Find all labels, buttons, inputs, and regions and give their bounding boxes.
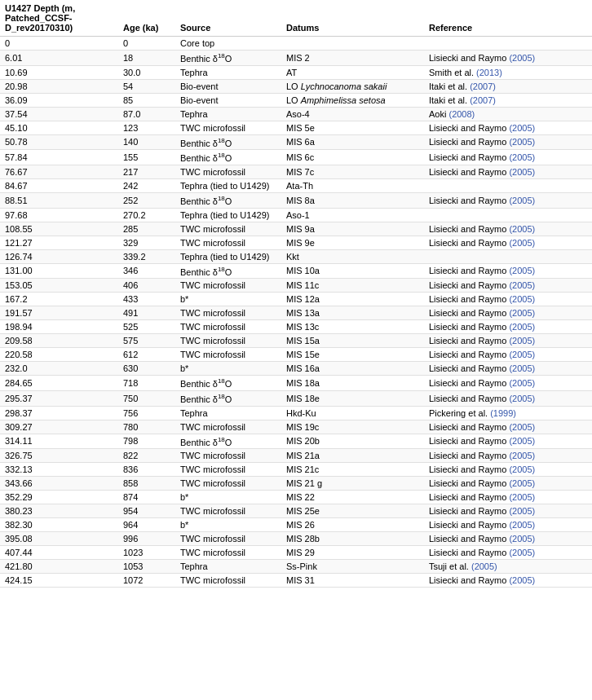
cell-depth: 126.74 [0, 249, 118, 263]
table-row: 326.75822TWC microfossilMIS 21aLisiecki … [0, 449, 592, 463]
cell-source: TWC microfossil [175, 574, 281, 588]
cell-datums: MIS 15a [281, 334, 424, 348]
cell-age: 433 [118, 293, 175, 306]
cell-reference: Lisiecki and Raymo (2005) [424, 121, 592, 134]
table-body: 00Core top6.0118Benthic δ18OMIS 2Lisieck… [0, 37, 592, 588]
cell-datums [281, 37, 424, 51]
cell-depth: 0 [0, 37, 118, 51]
cell-depth: 20.98 [0, 79, 118, 93]
cell-age: 874 [118, 491, 175, 504]
cell-reference: Lisiecki and Raymo (2005) [424, 150, 592, 165]
cell-depth: 424.15 [0, 574, 118, 588]
cell-reference: Lisiecki and Raymo (2005) [424, 518, 592, 532]
table-row: 00Core top [0, 37, 592, 51]
cell-datums: MIS 9e [281, 236, 424, 249]
cell-source: TWC microfossil [175, 449, 281, 463]
cell-source: Benthic δ18O [175, 263, 281, 279]
cell-source: TWC microfossil [175, 165, 281, 178]
cell-source: Benthic δ18O [175, 51, 281, 66]
cell-depth: 298.37 [0, 406, 118, 420]
table-row: 352.29874b*MIS 22Lisiecki and Raymo (200… [0, 491, 592, 504]
cell-source: Benthic δ18O [175, 390, 281, 406]
cell-depth: 382.30 [0, 518, 118, 532]
cell-source: Bio-event [175, 79, 281, 93]
cell-depth: 326.75 [0, 449, 118, 463]
cell-source: TWC microfossil [175, 236, 281, 249]
cell-age: 140 [118, 134, 175, 150]
cell-depth: 380.23 [0, 504, 118, 518]
cell-depth: 6.01 [0, 51, 118, 66]
cell-source: b* [175, 491, 281, 504]
cell-datums: Ss-Pink [281, 560, 424, 574]
cell-age: 630 [118, 362, 175, 376]
cell-age: 612 [118, 348, 175, 362]
cell-age: 822 [118, 449, 175, 463]
cell-age: 85 [118, 93, 175, 107]
cell-source: Tephra (tied to U1429) [175, 208, 281, 222]
cell-reference: Lisiecki and Raymo (2005) [424, 546, 592, 560]
cell-depth: 352.29 [0, 491, 118, 504]
table-row: 424.151072TWC microfossilMIS 31Lisiecki … [0, 574, 592, 588]
cell-age: 123 [118, 121, 175, 134]
cell-reference: Pickering et al. (1999) [424, 406, 592, 420]
cell-reference: Lisiecki and Raymo (2005) [424, 504, 592, 518]
cell-reference: Lisiecki and Raymo (2005) [424, 477, 592, 491]
table-row: 20.9854Bio-eventLO Lychnocanoma sakaiiIt… [0, 79, 592, 93]
cell-reference: Lisiecki and Raymo (2005) [424, 420, 592, 434]
cell-source: Benthic δ18O [175, 134, 281, 150]
cell-datums: MIS 11c [281, 279, 424, 293]
cell-reference [424, 37, 592, 51]
cell-reference: Lisiecki and Raymo (2005) [424, 263, 592, 279]
cell-depth: 314.11 [0, 434, 118, 449]
cell-depth: 407.44 [0, 546, 118, 560]
cell-source: Tephra (tied to U1429) [175, 249, 281, 263]
cell-depth: 395.08 [0, 532, 118, 546]
cell-depth: 220.58 [0, 348, 118, 362]
cell-datums: Aso-4 [281, 107, 424, 121]
table-row: 45.10123TWC microfossilMIS 5eLisiecki an… [0, 121, 592, 134]
cell-age: 756 [118, 406, 175, 420]
cell-source: b* [175, 293, 281, 306]
cell-depth: 198.94 [0, 320, 118, 334]
table-row: 10.6930.0TephraATSmith et al. (2013) [0, 65, 592, 79]
cell-datums: MIS 19c [281, 420, 424, 434]
cell-depth: 309.27 [0, 420, 118, 434]
header-datums-label: Datums [286, 23, 319, 33]
header-depth-label: U1427 Depth (m, Patched_CCSF-D_rev201703… [5, 3, 75, 33]
table-row: 131.00346Benthic δ18OMIS 10aLisiecki and… [0, 263, 592, 279]
table-row: 380.23954TWC microfossilMIS 25eLisiecki … [0, 504, 592, 518]
cell-source: TWC microfossil [175, 222, 281, 236]
header-age: Age (ka) [118, 0, 175, 37]
cell-datums: AT [281, 65, 424, 79]
table-row: 309.27780TWC microfossilMIS 19cLisiecki … [0, 420, 592, 434]
cell-source: TWC microfossil [175, 279, 281, 293]
cell-reference: Lisiecki and Raymo (2005) [424, 574, 592, 588]
table-row: 332.13836TWC microfossilMIS 21cLisiecki … [0, 463, 592, 477]
table-row: 121.27329TWC microfossilMIS 9eLisiecki a… [0, 236, 592, 249]
cell-source: TWC microfossil [175, 504, 281, 518]
table-row: 84.67242Tephra (tied to U1429)Ata-Th [0, 178, 592, 192]
cell-depth: 50.78 [0, 134, 118, 150]
cell-depth: 232.0 [0, 362, 118, 376]
cell-datums: MIS 31 [281, 574, 424, 588]
table-row: 284.65718Benthic δ18OMIS 18aLisiecki and… [0, 376, 592, 391]
table-row: 314.11798Benthic δ18OMIS 20bLisiecki and… [0, 434, 592, 449]
cell-age: 329 [118, 236, 175, 249]
cell-age: 954 [118, 504, 175, 518]
cell-depth: 131.00 [0, 263, 118, 279]
cell-age: 575 [118, 334, 175, 348]
cell-age: 750 [118, 390, 175, 406]
cell-age: 339.2 [118, 249, 175, 263]
cell-age: 406 [118, 279, 175, 293]
cell-datums: MIS 21 g [281, 477, 424, 491]
cell-depth: 209.58 [0, 334, 118, 348]
cell-depth: 421.80 [0, 560, 118, 574]
cell-reference: Lisiecki and Raymo (2005) [424, 222, 592, 236]
cell-age: 285 [118, 222, 175, 236]
cell-source: TWC microfossil [175, 463, 281, 477]
cell-reference: Lisiecki and Raymo (2005) [424, 279, 592, 293]
cell-depth: 167.2 [0, 293, 118, 306]
cell-datums: MIS 26 [281, 518, 424, 532]
cell-age: 18 [118, 51, 175, 66]
cell-reference: Lisiecki and Raymo (2005) [424, 376, 592, 391]
